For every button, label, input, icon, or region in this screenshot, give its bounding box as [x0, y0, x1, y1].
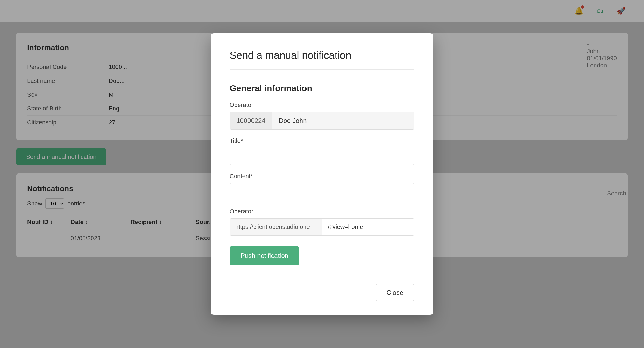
- url-path: /?view=home: [322, 219, 414, 235]
- content-label: Content*: [230, 173, 414, 180]
- modal-footer: Close: [230, 276, 414, 301]
- operator-id: 10000224: [230, 112, 272, 129]
- content-input[interactable]: [230, 183, 414, 200]
- send-notification-modal: Send a manual notification General infor…: [211, 33, 433, 315]
- modal-title: Send a manual notification: [230, 50, 414, 70]
- url-base: https://client.openstudio.one: [230, 219, 322, 235]
- url-field: https://client.openstudio.one /?view=hom…: [230, 218, 414, 236]
- title-label: Title*: [230, 137, 414, 144]
- operator-field: 10000224 Doe John: [230, 112, 414, 130]
- title-input[interactable]: [230, 148, 414, 165]
- url-operator-label: Operator: [230, 208, 414, 215]
- close-button[interactable]: Close: [376, 284, 414, 301]
- operator-label: Operator: [230, 102, 414, 109]
- general-info-title: General information: [230, 83, 414, 93]
- push-notification-button[interactable]: Push notification: [230, 246, 299, 265]
- operator-name: Doe John: [272, 112, 414, 129]
